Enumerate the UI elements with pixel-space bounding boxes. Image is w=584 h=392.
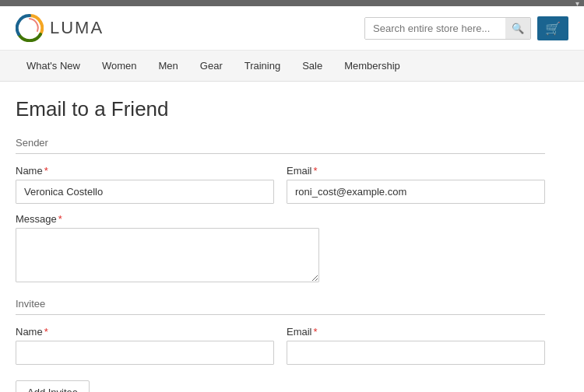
required-star: * <box>44 165 48 177</box>
sender-name-email-row: Name* Email* <box>16 165 545 204</box>
invitee-section: Invitee Name* Email* Add Invitee <box>16 298 545 392</box>
search-button[interactable]: 🔍 <box>505 18 530 39</box>
main-content: Email to a Friend Sender Name* Email* Me… <box>0 82 561 392</box>
invitee-name-email-row: Name* Email* <box>16 326 545 365</box>
page-title: Email to a Friend <box>16 97 545 121</box>
logo-area: LUMA <box>16 14 104 42</box>
sender-message-textarea[interactable] <box>16 228 319 282</box>
header-right: 🔍 🛒 <box>364 16 568 40</box>
nav-list: What's New Women Men Gear Training Sale … <box>16 51 568 81</box>
nav-item-membership[interactable]: Membership <box>333 51 411 81</box>
sender-email-label: Email* <box>287 165 545 177</box>
main-nav: What's New Women Men Gear Training Sale … <box>0 51 584 82</box>
sender-name-input[interactable] <box>16 180 274 204</box>
sender-email-input[interactable] <box>287 180 545 204</box>
chevron-down-icon: ▾ <box>575 0 579 8</box>
nav-item-training[interactable]: Training <box>234 51 291 81</box>
sender-message-group: Message* <box>16 213 545 282</box>
sender-message-label: Message* <box>16 213 545 225</box>
nav-item-women[interactable]: Women <box>91 51 148 81</box>
header: LUMA 🔍 🛒 <box>0 6 584 51</box>
invitee-name-label: Name* <box>16 326 274 338</box>
sender-section-label: Sender <box>16 137 545 154</box>
invitee-section-label: Invitee <box>16 298 545 315</box>
top-bar: ▾ <box>0 0 584 6</box>
sender-name-label: Name* <box>16 165 274 177</box>
required-star: * <box>314 326 318 338</box>
invitee-name-input[interactable] <box>16 341 274 365</box>
cart-button[interactable]: 🛒 <box>537 16 568 40</box>
nav-item-whats-new[interactable]: What's New <box>16 51 91 81</box>
invitee-email-input[interactable] <box>287 341 545 365</box>
nav-item-men[interactable]: Men <box>148 51 189 81</box>
invitee-name-group: Name* <box>16 326 274 365</box>
search-input[interactable] <box>365 18 505 39</box>
required-star: * <box>314 165 318 177</box>
sender-name-group: Name* <box>16 165 274 204</box>
search-box: 🔍 <box>364 17 531 40</box>
add-invitee-button[interactable]: Add Invitee <box>16 380 90 392</box>
luma-logo-icon <box>16 14 44 42</box>
nav-item-gear[interactable]: Gear <box>189 51 234 81</box>
required-star: * <box>58 213 62 225</box>
invitee-email-group: Email* <box>287 326 545 365</box>
logo-text: LUMA <box>50 18 104 38</box>
sender-section: Sender Name* Email* Message* <box>16 137 545 282</box>
sender-email-group: Email* <box>287 165 545 204</box>
invitee-email-label: Email* <box>287 326 545 338</box>
required-star: * <box>44 326 48 338</box>
nav-item-sale[interactable]: Sale <box>291 51 333 81</box>
